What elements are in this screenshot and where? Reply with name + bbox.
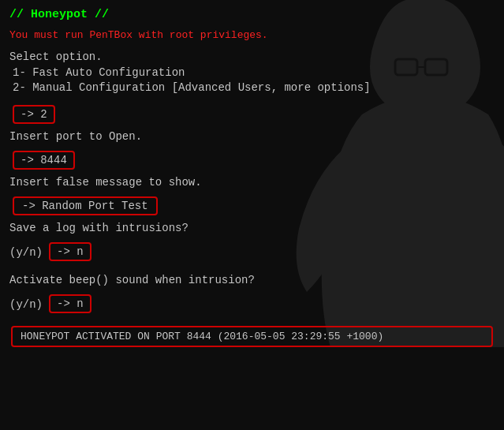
yn-input-1[interactable]: -> n [49, 242, 91, 261]
choice-input[interactable]: -> 2 [13, 105, 55, 124]
insert-port-label: Insert port to Open. [9, 130, 495, 143]
beep-label: Activate beep() sound when intrusion? [9, 274, 495, 286]
save-log-label: Save a log with intrusions? [9, 222, 495, 234]
message-input[interactable]: -> Random Port Test [13, 196, 158, 215]
yn-label-1: (y/n) [9, 246, 43, 259]
option1-text: 1- Fast Auto Configuration [9, 66, 495, 79]
activated-message: HONEYPOT ACTIVATED ON PORT 8444 (2016-05… [11, 326, 493, 347]
terminal: // Honeypot // You must run PenTBox with… [0, 0, 504, 430]
select-option-label: Select option. [9, 50, 495, 63]
title: // Honeypot // [9, 8, 495, 21]
insert-message-label: Insert false message to show. [9, 176, 495, 189]
port-input[interactable]: -> 8444 [13, 151, 75, 170]
yn-label-2: (y/n) [9, 298, 43, 311]
option2-text: 2- Manual Configuration [Advanced Users,… [9, 81, 495, 94]
warning-text: You must run PenTBox with root privilege… [9, 29, 495, 41]
yn-input-2[interactable]: -> n [49, 294, 91, 313]
